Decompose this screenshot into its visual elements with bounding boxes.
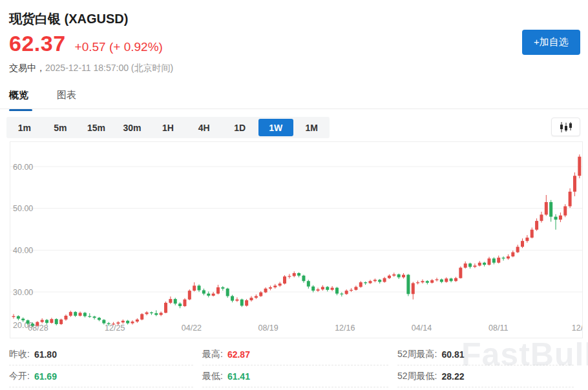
tab-chart-label: 图表 [57,89,76,100]
timeframe-1m[interactable]: 1m [7,119,42,136]
svg-text:08/11: 08/11 [488,323,508,333]
timeframe-15m[interactable]: 15m [79,119,114,136]
candlestick-chart[interactable]: 60.0050.0040.0030.0020.0008/2812/2504/22… [10,142,582,338]
svg-text:12/16: 12/16 [335,323,355,333]
timeframe-4H[interactable]: 4H [187,119,222,136]
stat-52w-low: 52周最低: 28.22 [397,365,574,387]
price-row: 62.37 +0.57 (+ 0.92%) [9,31,163,56]
trading-status-label: 交易中， [9,63,45,73]
stat-label: 52周最高: [397,349,437,360]
stat-prev-close: 昨收: 61.80 [9,344,193,365]
candlestick-icon [559,121,573,133]
trading-status: 交易中，2025-12-11 18:57:00 (北京时间) [9,63,173,74]
stat-value: 62.87 [227,349,250,360]
quote-timestamp: 2025-12-11 18:57:00 (北京时间) [45,63,173,73]
last-price: 62.37 [9,31,66,56]
quote-page: 现货白银 (XAGUSD) 62.37 +0.57 (+ 0.92%) 交易中，… [0,0,588,390]
timeframe-1W[interactable]: 1W [258,119,293,136]
stat-label: 最高: [202,349,223,360]
stat-label: 昨收: [9,349,30,360]
tab-overview-label: 概览 [9,89,28,100]
svg-text:60.00: 60.00 [13,163,33,172]
timeframe-bar: 1m5m15m30m1H4H1D1W1M [6,117,330,138]
stat-value: 60.81 [441,349,464,360]
timeframe-30m[interactable]: 30m [115,119,150,136]
svg-text:12/25: 12/25 [105,323,125,333]
stat-value: 61.69 [34,371,57,382]
tabs-divider [0,108,588,109]
chart-panel: 60.0050.0040.0030.0020.0008/2812/2504/22… [10,141,583,338]
stat-label: 52周最低: [397,371,437,382]
active-tab-underline [9,109,32,111]
svg-text:50.00: 50.00 [13,204,33,213]
svg-text:04/22: 04/22 [182,323,202,333]
stat-value: 61.80 [34,349,57,360]
svg-text:40.00: 40.00 [13,246,33,255]
tab-chart[interactable]: 图表 [57,89,76,108]
tab-overview[interactable]: 概览 [9,89,28,108]
add-watchlist-button[interactable]: +加自选 [522,30,580,55]
svg-text:12/0: 12/0 [572,323,582,333]
svg-text:04/14: 04/14 [412,323,432,333]
tab-bar: 概览 图表 [9,89,76,108]
timeframe-5m[interactable]: 5m [43,119,78,136]
stat-value: 61.41 [227,371,250,382]
instrument-title: 现货白银 (XAGUSD) [9,10,128,28]
stats-grid: 昨收: 61.80 最高: 62.87 52周最高: 60.81 今开: 61.… [9,344,583,387]
svg-text:30.00: 30.00 [13,288,33,297]
stat-52w-high: 52周最高: 60.81 [397,344,574,365]
chart-type-button[interactable] [551,118,580,136]
svg-text:08/19: 08/19 [258,323,278,333]
stat-value: 28.22 [441,371,464,382]
timeframe-1M[interactable]: 1M [295,119,330,136]
stat-label: 最低: [202,371,223,382]
stat-open: 今开: 61.69 [9,365,193,387]
timeframe-1H[interactable]: 1H [151,119,185,136]
stat-high: 最高: 62.87 [202,344,388,365]
stat-low: 最低: 61.41 [202,365,388,387]
timeframe-1D[interactable]: 1D [222,119,257,136]
stat-label: 今开: [9,371,30,382]
price-change: +0.57 (+ 0.92%) [75,40,163,54]
